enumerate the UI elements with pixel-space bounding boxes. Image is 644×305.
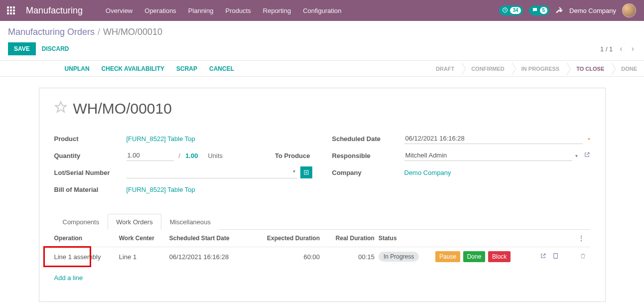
stage-done[interactable]: DONE	[611, 61, 644, 76]
mark-as-done-button[interactable]: MARK AS DONE	[0, 61, 59, 76]
user-avatar[interactable]	[622, 3, 636, 17]
pager-prev-icon[interactable]: ‹	[618, 43, 624, 54]
to-produce-label: To Produce	[275, 152, 312, 159]
status-stages: DRAFT CONFIRMED IN PROGRESS TO CLOSE DON…	[426, 61, 644, 76]
col-operation: Operation	[54, 230, 119, 247]
left-column: Product [FURN_8522] Table Top Quantity /…	[54, 131, 312, 199]
svg-rect-5	[13, 9, 15, 11]
menu-planning[interactable]: Planning	[183, 4, 219, 17]
debug-icon[interactable]	[555, 6, 563, 15]
stage-in-progress[interactable]: IN PROGRESS	[512, 61, 566, 76]
favorite-star-icon[interactable]	[54, 101, 67, 117]
warning-caret-icon: ▾	[588, 136, 590, 142]
scheduled-date-label: Scheduled Date	[332, 135, 404, 143]
company-label: Company	[332, 169, 404, 176]
svg-rect-12	[553, 254, 557, 259]
discard-button[interactable]: DISCARD	[36, 42, 75, 55]
cancel-button[interactable]: CANCEL	[203, 61, 240, 76]
activity-indicator[interactable]: 34	[499, 5, 522, 15]
wo-operation: Line 1 assembly	[54, 253, 101, 261]
app-title[interactable]: Manufacturing	[26, 5, 83, 16]
svg-marker-10	[55, 102, 66, 112]
wo-expected: 60:00	[251, 247, 324, 267]
pager-next-icon[interactable]: ›	[630, 43, 636, 54]
scrap-button[interactable]: SCRAP	[170, 61, 203, 76]
open-form-icon[interactable]	[540, 253, 546, 261]
breadcrumb: Manufacturing Orders / WH/MO/00010	[8, 27, 636, 37]
pager-text: 1 / 1	[600, 45, 613, 53]
save-button[interactable]: SAVE	[8, 42, 36, 55]
status-bar: MARK AS DONE UNPLAN CHECK AVAILABILITY S…	[0, 60, 644, 77]
col-scheduled-start: Scheduled Start Date	[169, 230, 251, 247]
lot-serial-label: Lot/Serial Number	[54, 169, 127, 176]
wo-scheduled: 06/12/2021 16:16:28	[169, 247, 251, 267]
svg-rect-6	[7, 12, 9, 14]
activity-count: 34	[510, 7, 520, 14]
unplan-button[interactable]: UNPLAN	[59, 61, 96, 76]
quantity-label: Quantity	[54, 152, 127, 159]
tabs: Components Work Orders Miscellaneous	[54, 214, 590, 230]
stage-to-close[interactable]: TO CLOSE	[566, 61, 611, 76]
pause-button[interactable]: Pause	[435, 251, 460, 262]
tab-miscellaneous[interactable]: Miscellaneous	[161, 214, 219, 230]
tab-components[interactable]: Components	[54, 214, 108, 230]
company-switcher[interactable]: Demo Company	[569, 7, 616, 14]
breadcrumb-root[interactable]: Manufacturing Orders	[8, 27, 95, 37]
svg-rect-3	[7, 9, 9, 11]
add-line-link[interactable]: Add a line	[54, 270, 83, 286]
lot-serial-select[interactable]: ▾	[127, 166, 297, 178]
block-button[interactable]: Block	[488, 251, 511, 262]
work-order-row[interactable]: Line 1 assembly Line 1 06/12/2021 16:16:…	[54, 247, 590, 267]
bom-label: Bill of Material	[54, 186, 127, 193]
stage-confirmed[interactable]: CONFIRMED	[461, 61, 512, 76]
lot-add-button[interactable]	[300, 166, 312, 178]
col-expected-duration: Expected Duration	[251, 230, 324, 247]
quantity-input[interactable]	[127, 150, 174, 161]
check-availability-button[interactable]: CHECK AVAILABILITY	[96, 61, 170, 76]
svg-rect-7	[10, 12, 12, 14]
column-options-icon[interactable]: ⋮	[576, 233, 586, 244]
col-status: Status	[379, 230, 435, 247]
main-navbar: Manufacturing Overview Operations Planni…	[0, 0, 644, 21]
responsible-input[interactable]	[404, 150, 572, 161]
quantity-separator: /	[179, 152, 181, 159]
clock-icon	[502, 7, 508, 14]
company-value[interactable]: Demo Company	[404, 169, 451, 176]
menu-configuration[interactable]: Configuration	[298, 4, 346, 17]
pager: 1 / 1 ‹ ›	[600, 43, 636, 54]
dropdown-caret-icon: ▾	[293, 168, 295, 174]
tab-work-orders[interactable]: Work Orders	[108, 214, 161, 230]
svg-rect-8	[13, 12, 15, 14]
menu-reporting[interactable]: Reporting	[258, 4, 296, 17]
menu-overview[interactable]: Overview	[101, 4, 137, 17]
top-menu: Overview Operations Planning Products Re…	[101, 4, 346, 17]
external-link-icon[interactable]	[584, 152, 590, 159]
svg-rect-0	[7, 6, 9, 8]
menu-products[interactable]: Products	[220, 4, 256, 17]
messages-count: 5	[540, 7, 548, 14]
apps-launcher-icon[interactable]	[4, 3, 18, 17]
breadcrumb-current: WH/MO/00010	[103, 27, 162, 37]
product-value[interactable]: [FURN_8522] Table Top	[127, 135, 195, 143]
svg-rect-4	[10, 9, 12, 11]
product-label: Product	[54, 135, 127, 143]
menu-operations[interactable]: Operations	[139, 4, 181, 17]
stage-draft[interactable]: DRAFT	[426, 61, 461, 76]
messages-indicator[interactable]: 5	[529, 5, 550, 15]
bom-value[interactable]: [FURN_8522] Table Top	[127, 186, 195, 193]
tablet-view-icon[interactable]	[552, 253, 559, 261]
record-title: WH/MO/00010	[73, 100, 172, 117]
col-real-duration: Real Duration	[324, 230, 379, 247]
delete-row-icon[interactable]	[580, 253, 586, 261]
svg-rect-2	[13, 6, 15, 8]
done-button[interactable]: Done	[463, 251, 486, 262]
breadcrumb-separator: /	[98, 27, 100, 37]
quantity-total[interactable]: 1.00	[185, 152, 198, 159]
right-column: Scheduled Date ▾ Responsible ▾ Compan	[332, 131, 590, 199]
dropdown-caret-icon: ▾	[575, 153, 578, 158]
chat-icon	[532, 7, 538, 14]
scheduled-date-input[interactable]	[404, 133, 583, 144]
form-sheet: WH/MO/00010 Product [FURN_8522] Table To…	[39, 88, 606, 302]
wo-work-center: Line 1	[119, 247, 169, 267]
control-bar: Manufacturing Orders / WH/MO/00010 SAVE …	[0, 21, 644, 55]
